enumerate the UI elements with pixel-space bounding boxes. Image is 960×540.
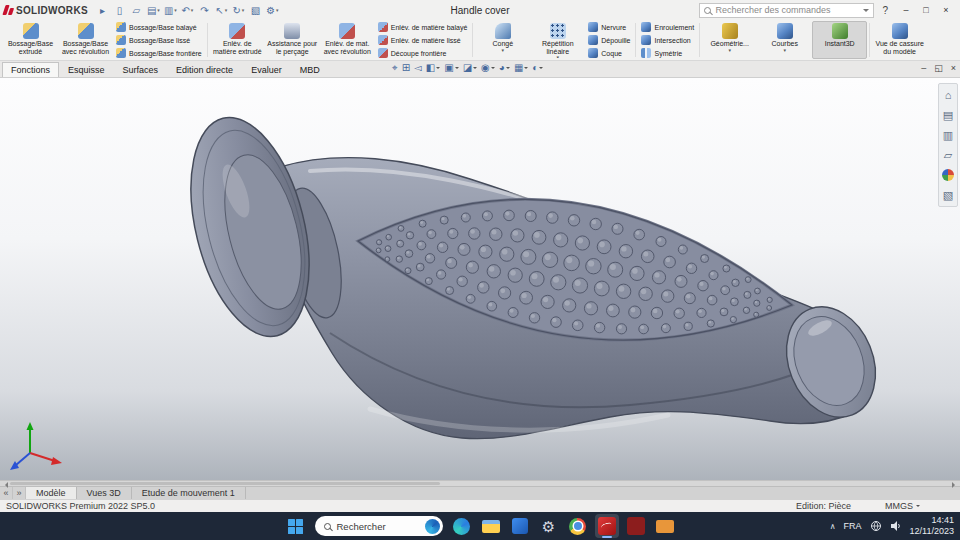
ribbon-button-enl-v-de-mati-re-liss[interactable]: Enlèv. de matière lissé [378,34,468,46]
clock[interactable]: 14:41 12/11/2023 [910,515,954,537]
model-tab-etude-de-mouvement-1[interactable]: Etude de mouvement 1 [132,487,246,499]
ribbon-button-r-p-tition-lin-aire[interactable]: Répétition linéaire▾ [530,21,585,59]
ribbon-button-nervure[interactable]: Nervure [588,21,630,33]
undo-icon[interactable]: ↶▾ [180,3,195,18]
ribbon-button-bossage-base-extrud[interactable]: Bossage/Base extrudé [3,21,58,59]
previous-view-button[interactable]: ◅ [414,63,422,73]
taskbar-search-input[interactable]: Rechercher [315,516,443,536]
taskbar-center: Rechercher ⚙ [284,514,677,538]
scroll-left-icon[interactable] [2,482,8,488]
ribbon-button-cong[interactable]: Congé▾ [475,21,530,59]
model-tab-mod-le[interactable]: Modèle [26,487,77,499]
dimple-highlight [658,238,662,242]
graphics-area[interactable]: ⌂▤▥▱▧ [0,78,960,480]
scroll-tabs-right-icon[interactable]: » [13,487,26,499]
section-view-button[interactable]: ◧ [426,63,440,73]
display-style-button[interactable]: ◪ [463,63,477,73]
taskbar-app-edge[interactable] [450,514,474,538]
open-document-icon[interactable]: ▱ [129,3,144,18]
options-icon[interactable]: ⚙▾ [265,3,280,18]
ribbon-button-coque[interactable]: Coque [588,47,630,59]
help-button[interactable]: ? [877,5,893,16]
tab-esquisse[interactable]: Esquisse [59,62,114,77]
taskbar-app-documents[interactable] [653,514,677,538]
ribbon-button-d-pouille[interactable]: Dépouille [588,34,630,46]
custom-properties-icon[interactable]: ▧ [940,187,956,203]
model-handle-cover[interactable] [171,105,892,438]
scroll-tabs-left-icon[interactable]: « [0,487,13,499]
ribbon-button-d-coupe-fronti-re[interactable]: Découpe frontière [378,47,468,59]
ribbon-label: Bossage/Base avec révolution [59,40,112,55]
design-library-icon[interactable]: ▥ [940,127,956,143]
save-icon[interactable]: ▤▾ [146,3,161,18]
language-indicator[interactable]: FRA [844,521,862,531]
volume-icon[interactable] [890,520,902,532]
print-icon[interactable]: ▥▾ [163,3,178,18]
redo-icon[interactable]: ↷ [197,3,212,18]
taskbar-app-chrome[interactable] [566,514,590,538]
dimple [398,226,404,232]
model-tab-vues-3d[interactable]: Vues 3D [77,487,132,499]
command-search-input[interactable]: Rechercher des commandes [699,3,874,18]
ribbon-button-intersection[interactable]: Intersection [641,34,694,46]
taskbar-app-solidworks[interactable] [595,514,619,538]
file-explorer-pane-icon[interactable]: ▱ [940,147,956,163]
ribbon-button-g-om-trie[interactable]: Géométrie...▾ [702,21,757,59]
view-settings-button[interactable]: ◐ [532,63,543,73]
hide-show-items-button[interactable]: ◉ [481,63,495,73]
taskbar-app-outlook[interactable] [508,514,532,538]
scrollbar-thumb[interactable] [10,482,440,485]
taskbar-app-file-explorer[interactable] [479,514,503,538]
close-document-button[interactable]: × [951,63,956,73]
minimize-button[interactable]: – [896,2,916,18]
ribbon-button-bossage-base-liss[interactable]: Bossage/Base lissé [116,34,202,46]
start-button[interactable] [284,514,308,538]
select-icon[interactable]: ↖▾ [214,3,229,18]
restore-document-button[interactable]: ◱ [934,63,943,73]
taskbar-app-solidworks-rx[interactable] [624,514,648,538]
zoom-fit-button[interactable]: ⌖ [392,63,398,73]
appearances-scenes-icon[interactable] [940,167,956,183]
ribbon-button-vue-de-cassure-du-mod-le[interactable]: Vue de cassure du modèle [872,21,927,59]
chevron-down-icon[interactable] [863,9,869,15]
home-icon[interactable]: ⌂ [940,87,956,103]
ribbon-button-bossage-base-balay[interactable]: Bossage/Base balayé [116,21,202,33]
ribbon-button-assistance-pour-le-per-age[interactable]: Assistance pour le perçage [265,21,320,59]
edit-appearance-button[interactable]: ◕ [499,63,510,73]
tab-evaluer[interactable]: Evaluer [242,62,291,77]
ribbon-button-enl-v-de-mat-avec-r-volution[interactable]: Enlèv. de mat. avec révolution [320,21,375,59]
maximize-button[interactable]: □ [916,2,936,18]
minimize-document-button[interactable]: – [921,63,926,73]
ribbon-button-courbes[interactable]: Courbes▾ [757,21,812,59]
ribbon-button-enl-v-de-mati-re-balay[interactable]: Enlèv. de matière balayé [378,21,468,33]
tab-mbd[interactable]: MBD [291,62,329,77]
menu-expand-icon[interactable]: ▸ [95,3,110,18]
scroll-right-icon[interactable] [952,482,958,488]
ribbon-button-sym-trie[interactable]: Symétrie [641,47,694,59]
dimple [629,306,641,318]
rebuild-icon[interactable]: ↻▾ [231,3,246,18]
apply-scene-button[interactable]: ▦ [514,63,528,73]
tab-fonctions[interactable]: Fonctions [2,62,59,77]
new-document-icon[interactable]: ▯ [112,3,127,18]
ribbon-button-enl-v-de-mati-re-extrud[interactable]: Enlèv. de matière extrudé [210,21,265,59]
viewport-3d[interactable] [0,78,960,480]
dimple-highlight [688,264,692,268]
tab-edition-directe[interactable]: Edition directe [167,62,242,77]
close-button[interactable]: × [936,2,956,18]
file-properties-icon[interactable]: ▧ [248,3,263,18]
zoom-area-button[interactable]: ⊞ [402,63,410,73]
network-icon[interactable] [870,520,882,532]
intersect-icon [641,35,651,45]
tab-surfaces[interactable]: Surfaces [114,62,168,77]
horizontal-scrollbar[interactable] [0,480,960,486]
dimple [487,301,497,311]
ribbon-button-enroulement[interactable]: Enroulement [641,21,694,33]
view-orientation-button[interactable]: ▣ [444,63,458,73]
solidworks-resources-icon[interactable]: ▤ [940,107,956,123]
ribbon-button-bossage-base-fronti-re[interactable]: Bossage/Base frontière [116,47,202,59]
ribbon-button-instant3d[interactable]: Instant3D [812,21,867,59]
taskbar-app-settings[interactable]: ⚙ [537,514,561,538]
tray-expand-icon[interactable]: ∧ [830,522,836,531]
ribbon-button-bossage-base-avec-r-volution[interactable]: Bossage/Base avec révolution [58,21,113,59]
